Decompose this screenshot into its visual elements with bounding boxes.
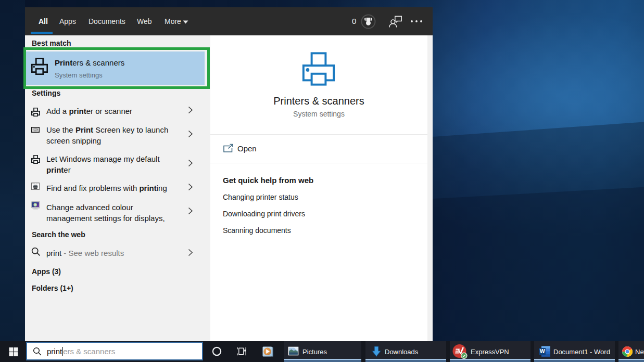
- svg-text:W: W: [540, 348, 545, 354]
